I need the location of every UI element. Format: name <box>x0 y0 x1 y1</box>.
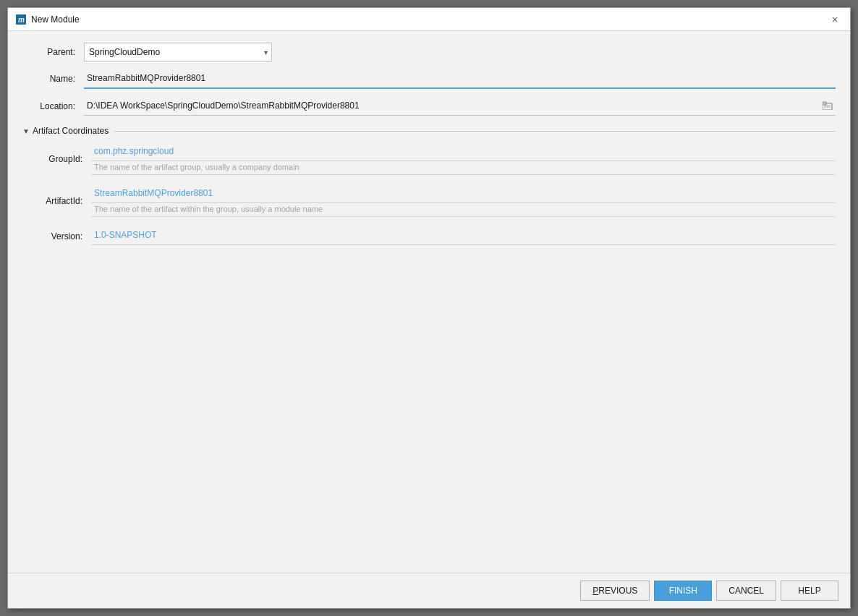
location-input[interactable] <box>84 96 820 115</box>
artifact-section-title: Artifact Coordinates <box>33 126 109 136</box>
artifactid-field-wrapper: The name of the artifact within the grou… <box>91 185 836 217</box>
dialog-title: New Module <box>31 14 80 25</box>
cancel-button[interactable]: CANCEL <box>716 581 776 601</box>
version-label: Version: <box>37 231 91 241</box>
title-bar: m New Module × <box>8 8 850 31</box>
version-input[interactable] <box>91 227 836 243</box>
groupid-field-row: GroupId: The name of the artifact group,… <box>37 143 836 175</box>
version-row: Version: <box>37 227 836 245</box>
groupid-label: GroupId: <box>37 154 91 164</box>
location-label: Location: <box>22 101 84 111</box>
close-button[interactable]: × <box>827 12 843 27</box>
location-row: Location: <box>22 96 836 116</box>
name-row: Name: <box>22 69 836 89</box>
previous-button[interactable]: PREVIOUS <box>580 581 650 601</box>
artifact-section-header[interactable]: ▼ Artifact Coordinates <box>22 126 836 136</box>
name-control <box>84 69 836 89</box>
name-input-wrapper <box>84 69 836 89</box>
dialog-icon: m <box>15 14 27 25</box>
artifactid-label: ArtifactId: <box>37 196 91 206</box>
artifactid-field-row: ArtifactId: The name of the artifact wit… <box>37 185 836 217</box>
parent-select[interactable]: SpringCloudDemo <box>84 43 272 61</box>
version-field-row: Version: <box>37 227 836 245</box>
name-input[interactable] <box>84 69 836 87</box>
groupid-input[interactable] <box>91 143 836 159</box>
finish-button[interactable]: FINISH <box>654 581 712 601</box>
name-label: Name: <box>22 74 84 84</box>
new-module-dialog: m New Module × Parent: SpringCloudDemo ▾… <box>7 7 851 609</box>
version-field-wrapper <box>91 227 836 245</box>
parent-select-wrapper: SpringCloudDemo ▾ <box>84 43 272 61</box>
browse-folder-button[interactable] <box>820 98 836 114</box>
help-button[interactable]: HELP <box>781 581 838 601</box>
title-bar-left: m New Module <box>15 14 80 25</box>
artifactid-row: ArtifactId: The name of the artifact wit… <box>37 185 836 217</box>
artifactid-hint: The name of the artifact within the grou… <box>91 203 836 217</box>
section-divider <box>114 131 836 132</box>
svg-text:m: m <box>18 16 25 24</box>
location-input-wrapper <box>84 96 836 116</box>
dialog-footer: PREVIOUS FINISH CANCEL HELP <box>8 573 850 608</box>
groupid-hint: The name of the artifact group, usually … <box>91 161 836 175</box>
parent-row: Parent: SpringCloudDemo ▾ <box>22 43 836 61</box>
location-control <box>84 96 836 116</box>
parent-control: SpringCloudDemo ▾ <box>84 43 836 61</box>
groupid-row: GroupId: The name of the artifact group,… <box>37 143 836 175</box>
version-divider <box>91 244 836 245</box>
dialog-body: Parent: SpringCloudDemo ▾ Name: Locat <box>8 31 850 573</box>
groupid-field-wrapper: The name of the artifact group, usually … <box>91 143 836 175</box>
artifact-section-body: GroupId: The name of the artifact group,… <box>22 143 836 245</box>
collapse-icon: ▼ <box>22 127 30 135</box>
artifactid-input[interactable] <box>91 185 836 201</box>
parent-label: Parent: <box>22 47 84 57</box>
